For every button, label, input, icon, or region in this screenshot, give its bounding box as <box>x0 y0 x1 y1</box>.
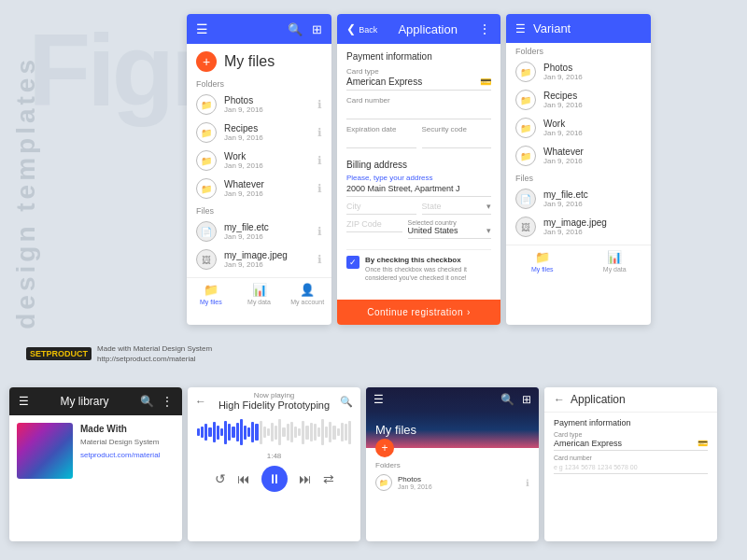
v-bottom-nav: 📁 My files 📊 My data <box>506 245 651 277</box>
folder-icon: 📁 <box>196 122 217 143</box>
more-icon[interactable]: ⋮ <box>478 21 491 36</box>
play-pause-button[interactable]: ⏸ <box>261 466 288 492</box>
info-icon[interactable]: ℹ <box>317 182 322 195</box>
site-link[interactable]: setproduct.com/material <box>80 451 160 459</box>
file-date: Jan 9, 2016 <box>224 133 310 142</box>
v-nav-myfiles[interactable]: 📁 My files <box>506 245 579 277</box>
file-icon: 📄 <box>515 189 536 209</box>
file-info: Recipes Jan 9, 2016 <box>224 123 310 142</box>
card-number-field[interactable] <box>346 105 491 119</box>
fab-add-button[interactable]: + <box>196 51 217 72</box>
now-playing-label: Now playing <box>188 391 360 399</box>
card-type-value-sm: American Express 💳 <box>554 439 708 451</box>
folder-icon: 📁 <box>515 90 536 110</box>
file-info: Photos Jan 9, 2016 <box>224 95 310 114</box>
city-field: City <box>346 202 416 215</box>
search-icon[interactable]: 🔍 <box>288 22 303 36</box>
bottom-nav: 📁 My files 📊 My data 👤 My account <box>187 277 331 310</box>
file-icon: 📄 <box>196 221 217 242</box>
info-icon-dark[interactable]: ℹ <box>526 478 529 488</box>
file-date: Jan 9, 2016 <box>224 232 310 241</box>
folder-nav-icon: 📁 <box>535 250 550 264</box>
info-icon[interactable]: ℹ <box>317 126 322 139</box>
variant-title: Variant <box>533 21 641 35</box>
card-number-field-sm[interactable]: e g 1234 5678 1234 5678 00 <box>554 462 708 474</box>
info-icon[interactable]: ℹ <box>317 253 322 266</box>
file-name: Whatever <box>224 179 310 189</box>
panel-application: ❮ Back Application ⋮ Payment information… <box>337 14 500 325</box>
nav-tab-myaccount[interactable]: 👤 My account <box>283 278 331 310</box>
file-info: Work Jan 9, 2016 <box>224 151 310 170</box>
folder-item-recipes: 📁 Recipes Jan 9, 2016 ℹ <box>187 119 331 147</box>
info-icon[interactable]: ℹ <box>317 154 322 167</box>
v-folder-recipes: 📁 Recipes Jan 9, 2016 <box>506 86 651 114</box>
security-field: Security code <box>422 125 492 154</box>
data-nav-icon: 📊 <box>252 283 267 297</box>
grid-icon[interactable]: ⊞ <box>312 22 322 36</box>
back-button[interactable]: ❮ Back <box>346 22 377 35</box>
panel-title: Application <box>385 22 471 36</box>
search-icon-lib[interactable]: 🔍 <box>140 395 154 408</box>
panel-my-files: ☰ 🔍 ⊞ + My files Folders 📁 Photos Jan 9,… <box>187 14 331 325</box>
hamburger-icon-lib[interactable]: ☰ <box>19 395 29 408</box>
panel-application-sm: ← Application Payment information Card t… <box>544 387 717 541</box>
hamburger-icon-dark[interactable]: ☰ <box>374 393 384 406</box>
setproduct-text: Made with Material Design System http://… <box>97 343 212 364</box>
address-value[interactable]: 2000 Main Street, Apartment J <box>346 184 491 197</box>
file-date: Jan 9, 2016 <box>224 105 310 114</box>
background-design-text: design templates <box>11 56 41 329</box>
search-icon-player[interactable]: 🔍 <box>340 395 353 407</box>
file-item-etc: 📄 my_file.etc Jan 9, 2016 ℹ <box>187 217 331 245</box>
file-info: Whatever Jan 9, 2016 <box>224 179 310 198</box>
dark-folder-photos: 📁 Photos Jan 9, 2016 ℹ <box>366 471 539 494</box>
back-button-sm[interactable]: ← <box>554 393 565 406</box>
hamburger-icon-v[interactable]: ☰ <box>515 22 526 35</box>
skip-back-button[interactable]: ⏮ <box>237 471 250 486</box>
v-file-jpeg: 🖼 my_image.jpeg Jan 9, 2016 <box>506 213 651 241</box>
waveform <box>197 418 351 446</box>
header-image: ☰ 🔍 ⊞ My files + <box>366 387 539 448</box>
nav-tab-myfiles[interactable]: 📁 My files <box>187 278 235 310</box>
billing-section-title: Billing address <box>346 160 491 170</box>
overlay-controls: 🔍 ⊞ <box>500 393 531 406</box>
v-folder-whatever: 📁 Whatever Jan 9, 2016 <box>506 142 651 170</box>
info-icon[interactable]: ℹ <box>317 225 322 238</box>
folder-icon: 📁 <box>196 178 217 199</box>
file-item-jpeg: 🖼 my_image.jpeg Jan 9, 2016 ℹ <box>187 245 331 273</box>
folder-icon: 📁 <box>515 146 536 166</box>
card-number-label-sm: Card number <box>554 455 708 461</box>
expiry-security-row: Expiration date Security code <box>346 125 491 154</box>
back-button-player[interactable]: ← <box>195 395 206 408</box>
repeat-button[interactable]: ↺ <box>215 471 226 486</box>
shuffle-button[interactable]: ⇄ <box>323 471 334 486</box>
library-title: My library <box>60 395 108 408</box>
more-icon-lib[interactable]: ⋮ <box>162 395 173 408</box>
nav-tab-mydata[interactable]: 📊 My data <box>235 278 284 310</box>
zip-field: ZIP Code <box>346 219 402 244</box>
payment-section-title: Payment information <box>346 51 491 62</box>
checkbox-row: ✓ By checking this checkbox Once this ch… <box>346 249 491 288</box>
fab-button-dark[interactable]: + <box>375 439 394 457</box>
continue-button[interactable]: Continue registration › <box>337 300 500 325</box>
player-controls: ↺ ⏮ ⏸ ⏭ ⇄ <box>188 462 360 496</box>
card-type-label-sm: Card type <box>554 431 708 438</box>
grid-icon-dark[interactable]: ⊞ <box>522 393 531 406</box>
search-icon-dark[interactable]: 🔍 <box>500 393 514 406</box>
payment-section-sm: Payment information <box>554 418 708 427</box>
file-info: my_image.jpeg Jan 9, 2016 <box>224 250 310 269</box>
p2-body: Payment information Card type American E… <box>337 44 500 296</box>
info-icon[interactable]: ℹ <box>317 98 322 111</box>
expiry-field: Expiration date <box>346 125 416 154</box>
folders-label-v: Folders <box>506 43 651 58</box>
skip-forward-button[interactable]: ⏭ <box>299 471 312 486</box>
checkbox[interactable]: ✓ <box>346 256 359 269</box>
p1-header: ☰ 🔍 ⊞ <box>187 14 331 44</box>
hamburger-icon[interactable]: ☰ <box>196 21 208 36</box>
card-type-value: American Express 💳 <box>346 77 491 91</box>
folder-icon-dark: 📁 <box>375 474 392 491</box>
files-title-dark: My files <box>375 423 416 437</box>
checkbox-text: By checking this checkbox Once this chec… <box>365 256 491 283</box>
card-number-label: Card number <box>346 96 491 105</box>
v-folder-work: 📁 Work Jan 9, 2016 <box>506 114 651 142</box>
v-nav-mydata[interactable]: 📊 My data <box>579 245 652 277</box>
